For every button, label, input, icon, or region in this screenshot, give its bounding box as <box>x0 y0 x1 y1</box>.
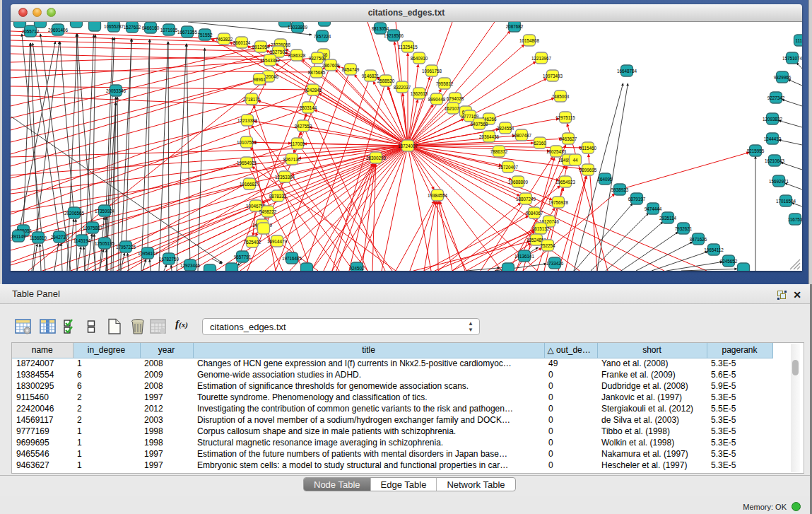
svg-text:12505135: 12505135 <box>95 241 115 246</box>
svg-text:1145194: 1145194 <box>73 238 91 243</box>
svg-text:751552: 751552 <box>197 33 213 37</box>
svg-text:2055712: 2055712 <box>22 29 40 34</box>
svg-text:6466160: 6466160 <box>142 25 160 30</box>
svg-text:1244413: 1244413 <box>764 136 782 141</box>
svg-text:1071915: 1071915 <box>160 28 178 33</box>
svg-text:12975115: 12975115 <box>555 115 575 120</box>
svg-text:17359924: 17359924 <box>95 209 115 214</box>
svg-text:19654923: 19654923 <box>555 180 576 185</box>
svg-text:9329966: 9329966 <box>774 75 792 80</box>
svg-text:9084067: 9084067 <box>526 211 543 216</box>
svg-text:16782759: 16782759 <box>159 257 180 262</box>
svg-text:8454749: 8454749 <box>342 67 360 72</box>
svg-text:16671355: 16671355 <box>177 30 198 35</box>
svg-text:17957225: 17957225 <box>116 245 136 250</box>
svg-text:8322037: 8322037 <box>394 85 411 90</box>
svg-text:8267130: 8267130 <box>283 157 301 162</box>
svg-text:16648784: 16648784 <box>617 69 637 74</box>
svg-text:924502: 924502 <box>349 266 365 271</box>
svg-text:62160: 62160 <box>534 141 546 146</box>
svg-text:8186328: 8186328 <box>288 53 306 58</box>
svg-text:9463627: 9463627 <box>560 136 577 141</box>
svg-text:11325415: 11325415 <box>398 45 418 49</box>
svg-text:7625402: 7625402 <box>244 240 261 245</box>
svg-text:10961758: 10961758 <box>422 69 442 74</box>
svg-text:117005: 117005 <box>290 141 305 146</box>
svg-text:1156819: 1156819 <box>30 235 47 240</box>
svg-text:2935114: 2935114 <box>659 216 677 221</box>
svg-text:19716485: 19716485 <box>282 256 302 261</box>
svg-text:8912954: 8912954 <box>252 45 270 49</box>
svg-text:15692971: 15692971 <box>769 179 789 184</box>
svg-text:8878332: 8878332 <box>269 194 287 199</box>
svg-text:19384554: 19384554 <box>428 193 448 198</box>
svg-text:15720407: 15720407 <box>498 165 519 170</box>
svg-text:8990448: 8990448 <box>428 97 446 102</box>
svg-text:8427552: 8427552 <box>295 124 312 129</box>
svg-text:1527602: 1527602 <box>124 25 141 30</box>
svg-text:1362615: 1362615 <box>411 91 428 96</box>
svg-text:1733426: 1733426 <box>546 261 564 266</box>
svg-text:12923446: 12923446 <box>180 263 201 268</box>
svg-text:20206565: 20206565 <box>64 211 85 216</box>
svg-text:9327503: 9327503 <box>270 49 288 54</box>
svg-text:7886372: 7886372 <box>490 149 508 154</box>
svg-text:12353394: 12353394 <box>275 175 295 180</box>
svg-text:391149: 391149 <box>11 234 26 239</box>
svg-text:18724007: 18724007 <box>398 144 418 148</box>
svg-text:5498222: 5498222 <box>259 209 277 214</box>
svg-text:10154808: 10154808 <box>519 38 540 43</box>
svg-text:10807487: 10807487 <box>512 133 532 138</box>
svg-text:9245652: 9245652 <box>720 259 738 264</box>
svg-text:10107553: 10107553 <box>237 140 257 145</box>
svg-text:2588520: 2588520 <box>377 78 395 83</box>
svg-text:6879197: 6879197 <box>628 197 646 201</box>
svg-text:5938923: 5938923 <box>611 187 629 192</box>
svg-text:9657791: 9657791 <box>234 255 252 259</box>
svg-text:20053346: 20053346 <box>106 88 126 93</box>
svg-text:8660124: 8660124 <box>233 40 251 45</box>
svg-text:10655287: 10655287 <box>104 24 124 29</box>
svg-text:12213383: 12213383 <box>237 118 258 123</box>
svg-text:7485003: 7485003 <box>552 94 570 99</box>
svg-text:7463822: 7463822 <box>216 37 233 42</box>
svg-text:9242845: 9242845 <box>305 88 322 93</box>
svg-text:1112: 1112 <box>795 38 802 43</box>
svg-text:7357224: 7357224 <box>314 34 331 39</box>
svg-text:16033809: 16033809 <box>288 25 308 30</box>
svg-text:8875685: 8875685 <box>308 70 326 75</box>
svg-text:19166827: 19166827 <box>240 182 260 187</box>
svg-text:16543382: 16543382 <box>260 58 281 63</box>
svg-text:2867608: 2867608 <box>322 63 340 68</box>
svg-text:2087682: 2087682 <box>506 24 524 29</box>
svg-text:17016504: 17016504 <box>776 199 796 204</box>
svg-text:9474444: 9474444 <box>645 206 662 211</box>
svg-text:10975887: 10975887 <box>83 226 103 230</box>
svg-text:19218506: 19218506 <box>384 33 404 38</box>
svg-text:3824554: 3824554 <box>497 126 514 131</box>
svg-text:1615132: 1615132 <box>532 226 550 231</box>
svg-text:9327508: 9327508 <box>309 56 326 61</box>
svg-text:10958107: 10958107 <box>138 251 158 256</box>
svg-text:19654925: 19654925 <box>237 160 257 165</box>
svg-text:10973493: 10973493 <box>543 74 563 78</box>
svg-text:9146821: 9146821 <box>362 74 379 78</box>
svg-text:15751074: 15751074 <box>782 56 802 61</box>
svg-text:18807249: 18807249 <box>516 197 536 201</box>
svg-text:9227342: 9227342 <box>767 95 785 100</box>
svg-text:8215955: 8215955 <box>747 148 765 153</box>
svg-text:8640910: 8640910 <box>411 56 428 61</box>
svg-text:116753: 116753 <box>788 217 802 222</box>
svg-text:6794028: 6794028 <box>447 96 464 101</box>
svg-text:28300293: 28300293 <box>366 156 387 160</box>
svg-text:9899695: 9899695 <box>579 168 597 173</box>
svg-text:7955812: 7955812 <box>436 81 454 86</box>
svg-text:12213967: 12213967 <box>531 56 552 61</box>
svg-text:14136141: 14136141 <box>514 254 535 259</box>
svg-text:6497568: 6497568 <box>471 122 488 127</box>
svg-text:2718176: 2718176 <box>243 97 261 102</box>
svg-text:8471626: 8471626 <box>690 237 707 242</box>
svg-text:9115460: 9115460 <box>579 146 597 151</box>
svg-text:98961: 98961 <box>253 77 266 82</box>
svg-text:12093832: 12093832 <box>763 117 783 122</box>
